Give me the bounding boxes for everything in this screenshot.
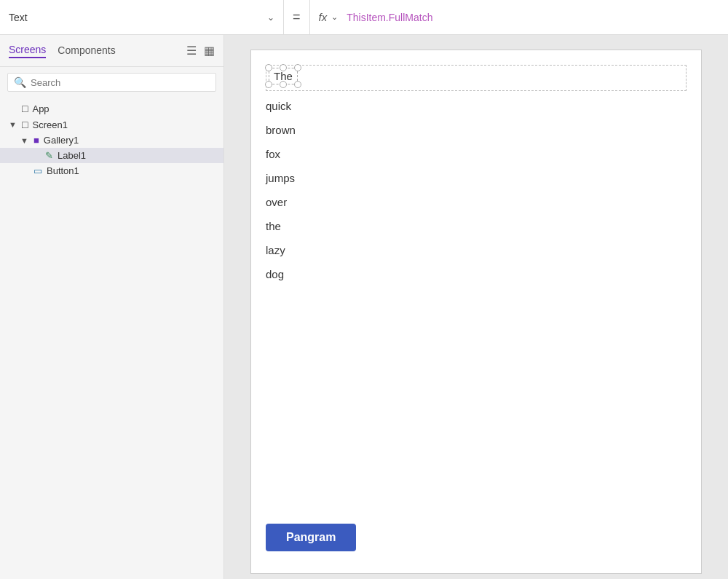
tree-label-app: App [32, 103, 49, 114]
tree-item-button1[interactable]: ▭ Button1 [0, 163, 223, 178]
grid-view-icon[interactable]: ▦ [204, 44, 215, 58]
gallery-selection-area [266, 65, 687, 91]
gallery-word-2[interactable]: fox [251, 142, 701, 166]
tree-label-gallery1: Gallery1 [44, 135, 79, 146]
search-bar: 🔍 [7, 73, 216, 92]
handle-top-mid[interactable] [280, 64, 287, 71]
handle-bottom-right[interactable] [294, 81, 301, 88]
fx-chevron-icon[interactable]: ⌄ [331, 12, 338, 22]
gallery-word-6[interactable]: lazy [251, 238, 701, 262]
chevron-placeholder [9, 104, 19, 113]
handle-bottom-left[interactable] [265, 81, 272, 88]
equals-sign: = [284, 0, 310, 35]
tree-item-screen1[interactable]: ▼ □ Screen1 [0, 117, 223, 133]
button-icon: ▭ [33, 165, 42, 176]
panel-tabs: Screens Components ☰ ▦ [0, 35, 223, 67]
handle-bottom-mid[interactable] [280, 81, 287, 88]
app-icon: □ [22, 103, 28, 114]
tree-item-app[interactable]: □ App [0, 101, 223, 117]
tab-components[interactable]: Components [58, 44, 115, 58]
label1-chevron-placeholder [32, 151, 42, 160]
label-selected-container: The [269, 68, 298, 84]
handle-top-right[interactable] [294, 64, 301, 71]
tree-label-screen1: Screen1 [32, 119, 67, 130]
fx-icon: fx [319, 11, 328, 23]
top-bar: Text ⌄ = fx ⌄ ThisItem.FullMatch [0, 0, 728, 35]
tree-item-label1[interactable]: ✎ Label1 [0, 148, 223, 163]
canvas-area: The quick brown fox jumps over the lazy [224, 35, 728, 579]
tree-item-gallery1[interactable]: ▼ ■ Gallery1 [0, 133, 223, 148]
first-gallery-item[interactable]: The [269, 68, 298, 86]
gallery-word-0[interactable]: quick [251, 94, 701, 118]
main-area: Screens Components ☰ ▦ 🔍 □ App ▼ [0, 35, 728, 579]
dropdown-arrow-icon[interactable]: ⌄ [267, 12, 274, 23]
property-select-label: Text [9, 12, 261, 23]
pangram-button[interactable]: Pangram [266, 524, 356, 551]
gallery-word-3[interactable]: jumps [251, 166, 701, 190]
handle-top-left[interactable] [265, 64, 272, 71]
gallery-word-7[interactable]: dog [251, 262, 701, 286]
label-icon: ✎ [45, 150, 53, 161]
screen1-chevron[interactable]: ▼ [9, 120, 19, 129]
tree-label-button1: Button1 [47, 165, 79, 176]
gallery1-chevron[interactable]: ▼ [20, 136, 31, 145]
tree-label-label1: Label1 [58, 150, 86, 161]
search-icon: 🔍 [14, 76, 26, 88]
left-panel: Screens Components ☰ ▦ 🔍 □ App ▼ [0, 35, 224, 579]
formula-bar: fx ⌄ ThisItem.FullMatch [310, 11, 728, 23]
list-view-icon[interactable]: ☰ [186, 44, 197, 58]
gallery-word-5[interactable]: the [251, 214, 701, 238]
panel-tab-icons: ☰ ▦ [186, 44, 215, 58]
search-input[interactable] [31, 77, 210, 88]
button1-chevron-placeholder [20, 167, 31, 176]
screen-canvas: The quick brown fox jumps over the lazy [250, 50, 702, 574]
formula-expression[interactable]: ThisItem.FullMatch [347, 12, 432, 23]
property-dropdown[interactable]: Text ⌄ [0, 0, 284, 35]
screen-icon: □ [22, 119, 28, 130]
tab-screens[interactable]: Screens [9, 44, 46, 58]
tree-view: □ App ▼ □ Screen1 ▼ ■ Gallery1 ✎ [0, 98, 223, 579]
gallery-word-1[interactable]: brown [251, 118, 701, 142]
gallery-word-4[interactable]: over [251, 190, 701, 214]
gallery-icon: ■ [33, 135, 39, 146]
gallery-words-container: quick brown fox jumps over the lazy dog [251, 94, 701, 286]
